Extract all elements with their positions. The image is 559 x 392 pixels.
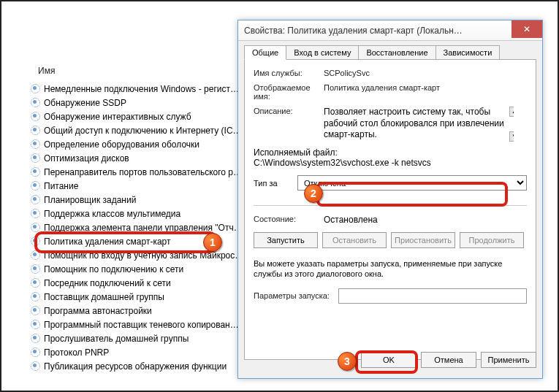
- service-name: Немедленные подключения Windows - регист…: [44, 84, 239, 94]
- tab-panel-general: Имя службы: SCPolicySvc Отображаемое имя…: [244, 59, 536, 360]
- list-item[interactable]: Публикация ресурсов обнаружения функции: [27, 359, 261, 373]
- list-item[interactable]: Помощник по входу в учетную запись Майкр…: [27, 248, 261, 262]
- description-scrollbar[interactable]: ▲▼: [509, 107, 514, 142]
- service-icon: [30, 153, 41, 164]
- list-item[interactable]: Обнаружение SSDP: [27, 96, 261, 109]
- list-item[interactable]: Обнаружение интерактивных служб: [27, 109, 261, 123]
- service-name: Определение оборудования оболочки: [44, 139, 199, 150]
- services-list: Немедленные подключения Windows - регист…: [27, 45, 261, 373]
- service-icon: [30, 166, 41, 177]
- service-name: Программа автонастройки: [44, 306, 152, 316]
- service-name: Поддержка элемента панели управления "От…: [44, 223, 243, 233]
- annotation-badge-3: 3: [338, 352, 357, 371]
- list-item[interactable]: Общий доступ к подключению к Интернету (…: [27, 123, 261, 137]
- service-name: Оптимизация дисков: [44, 153, 129, 164]
- startup-type-select[interactable]: Отключена: [297, 175, 527, 191]
- value-exe-path: C:\Windows\system32\svchost.exe -k netsv…: [254, 158, 527, 168]
- apply-button[interactable]: Применить: [481, 352, 536, 368]
- service-name: Программный поставщик теневого копирован…: [44, 320, 239, 330]
- close-button[interactable]: ✕: [512, 20, 542, 38]
- label-startup-type: Тип за: [254, 179, 297, 188]
- scroll-down-icon[interactable]: ▼: [509, 131, 514, 142]
- scroll-up-icon[interactable]: ▲: [509, 107, 514, 117]
- list-item[interactable]: Программный поставщик теневого копирован…: [27, 318, 261, 331]
- list-item[interactable]: Определение оборудования оболочки: [27, 137, 261, 151]
- service-icon: [30, 347, 41, 358]
- ok-button[interactable]: OK: [361, 352, 417, 368]
- list-item[interactable]: Прослушиватель домашней группы: [27, 331, 261, 345]
- list-item[interactable]: Планировщик заданий: [27, 193, 261, 207]
- service-icon: [30, 208, 41, 219]
- service-name: Общий доступ к подключению к Интернету (…: [44, 126, 242, 136]
- label-state: Состояние:: [254, 215, 324, 225]
- tab-general[interactable]: Общие: [244, 45, 286, 60]
- value-display-name: Политика удаления смарт-карт: [324, 83, 440, 101]
- service-icon: [30, 291, 41, 302]
- service-icon: [30, 180, 41, 191]
- service-icon: [30, 250, 41, 261]
- list-item[interactable]: Поставщик домашней группы: [27, 290, 261, 304]
- service-icon: [30, 97, 41, 108]
- label-display-name: Отображаемое имя:: [254, 83, 324, 101]
- service-icon: [30, 194, 41, 205]
- list-item[interactable]: Посредник подключений к сети: [27, 276, 261, 290]
- list-item[interactable]: Немедленные подключения Windows - регист…: [27, 82, 261, 96]
- tab-dependencies[interactable]: Зависимости: [436, 45, 501, 60]
- service-icon: [30, 319, 41, 330]
- service-name: Поставщик домашней группы: [44, 292, 164, 302]
- tab-recovery[interactable]: Восстановление: [358, 45, 436, 60]
- service-icon: [30, 111, 41, 122]
- resume-button: Продолжить: [460, 232, 524, 248]
- service-name: Политика удаления смарт-карт: [44, 237, 171, 247]
- service-icon: [30, 264, 41, 274]
- value-state: Остановлена: [324, 215, 378, 225]
- service-icon: [30, 277, 41, 288]
- list-item[interactable]: Протокол PNRP: [27, 345, 261, 359]
- cancel-button[interactable]: Отмена: [421, 352, 476, 368]
- service-name: Перенаправитель портов пользовательского…: [44, 167, 242, 177]
- service-icon: [30, 236, 41, 247]
- value-service-name: SCPolicySvc: [324, 69, 370, 77]
- list-item[interactable]: Помощник по подключению к сети: [27, 262, 261, 276]
- list-item[interactable]: Политика удаления смарт-карт: [27, 234, 261, 248]
- label-exe-path: Исполняемый файл:: [254, 147, 527, 158]
- list-item[interactable]: Поддержка классов мультимедиа: [27, 207, 261, 220]
- tab-logon[interactable]: Вход в систему: [286, 45, 359, 60]
- service-name: Поддержка классов мультимедиа: [44, 209, 180, 219]
- service-icon: [30, 83, 41, 94]
- value-description: Позволяет настроить систему так, чтобы р…: [324, 107, 514, 142]
- list-item[interactable]: Питание: [27, 179, 261, 193]
- tab-strip: Общие Вход в систему Восстановление Зави…: [238, 41, 542, 60]
- start-params-hint: Вы можете указать параметры запуска, при…: [254, 258, 527, 280]
- list-item[interactable]: Программа автонастройки: [27, 304, 261, 318]
- service-icon: [30, 222, 41, 233]
- stop-button: Остановить: [322, 232, 387, 248]
- start-params-input[interactable]: [338, 288, 527, 304]
- annotation-badge-2: 2: [304, 184, 323, 203]
- label-service-name: Имя службы:: [254, 69, 324, 77]
- list-item[interactable]: Оптимизация дисков: [27, 151, 261, 165]
- service-name: Обнаружение интерактивных служб: [44, 112, 191, 122]
- service-icon: [30, 333, 41, 344]
- list-item[interactable]: Поддержка элемента панели управления "От…: [27, 220, 261, 234]
- service-icon: [30, 361, 41, 372]
- service-name: Питание: [44, 181, 78, 191]
- start-button[interactable]: Запустить: [254, 232, 318, 248]
- service-name: Публикация ресурсов обнаружения функции: [44, 361, 227, 372]
- service-name: Протокол PNRP: [44, 347, 109, 358]
- label-start-params: Параметры запуска:: [254, 291, 338, 300]
- service-icon: [30, 139, 41, 150]
- titlebar[interactable]: Свойства: Политика удаления смарт-карт (…: [238, 20, 542, 41]
- dialog-title: Свойства: Политика удаления смарт-карт (…: [244, 26, 463, 36]
- label-description: Описание:: [254, 107, 324, 142]
- pause-button: Приостановить: [391, 232, 455, 248]
- annotation-badge-1: 1: [203, 233, 222, 252]
- service-icon: [30, 125, 41, 136]
- description-text: Позволяет настроить систему так, чтобы р…: [324, 107, 504, 139]
- list-item[interactable]: Перенаправитель портов пользовательского…: [27, 165, 261, 179]
- separator: [254, 205, 527, 206]
- service-name: Планировщик заданий: [44, 195, 136, 205]
- service-name: Помощник по подключению к сети: [44, 264, 183, 274]
- service-icon: [30, 305, 41, 316]
- service-name: Обнаружение SSDP: [44, 98, 126, 108]
